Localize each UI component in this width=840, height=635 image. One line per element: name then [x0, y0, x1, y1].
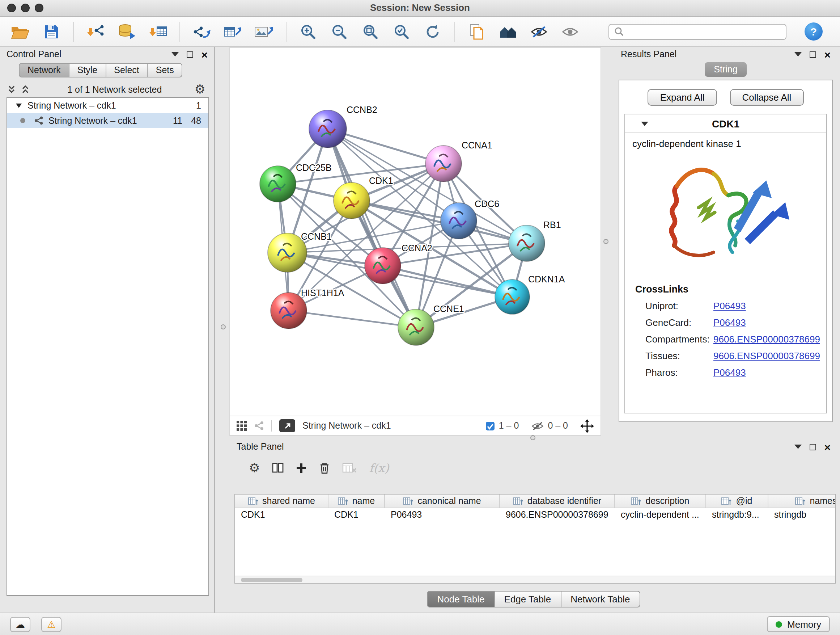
panel-close-icon[interactable]: ×	[201, 50, 208, 58]
tab-network-table[interactable]: Network Table	[561, 591, 640, 608]
show-all-button[interactable]	[559, 20, 582, 43]
search-box	[608, 24, 786, 40]
graph-node-CCNA2[interactable]	[365, 248, 401, 284]
network-graph[interactable]: CCNB2CCNA1CDC25BCDK1CDC6RB1CCNB1CCNA2CDK…	[230, 48, 600, 416]
crosslink-genecard[interactable]: P06493	[714, 317, 826, 328]
graph-node-CDKN1A[interactable]	[495, 279, 530, 314]
graph-node-HIST1H1A[interactable]	[271, 293, 307, 329]
table-options-gear-icon[interactable]: ⚙	[249, 462, 260, 474]
crosslink-compartments[interactable]: 9606.ENSP00000378699	[714, 334, 826, 345]
export-image-button[interactable]	[253, 20, 276, 43]
panel-close-icon[interactable]: ×	[824, 50, 831, 58]
column-header-database-identifier[interactable]: database identifier	[500, 494, 615, 508]
column-header-namespace[interactable]: namespace	[768, 494, 836, 508]
crosslink-tissues[interactable]: 9606.ENSP00000378699	[714, 350, 826, 361]
column-header-description[interactable]: description	[615, 494, 706, 508]
help-button[interactable]: ?	[805, 22, 823, 41]
panel-float-icon[interactable]	[172, 52, 179, 57]
warnings-button[interactable]: ⚠	[41, 616, 62, 632]
zoom-in-button[interactable]	[297, 20, 320, 43]
export-table-button[interactable]	[221, 20, 245, 43]
zoom-fit-button[interactable]	[359, 20, 382, 43]
eye-slash-icon	[531, 25, 548, 38]
cell-shared-name: CDK1	[235, 508, 328, 521]
copy-document-button[interactable]	[465, 20, 488, 43]
panel-maximize-icon[interactable]	[810, 51, 816, 57]
panel-close-icon[interactable]: ×	[824, 443, 831, 451]
column-header-name[interactable]: name	[328, 494, 385, 508]
expand-all-button[interactable]: Expand All	[648, 89, 717, 106]
graph-node-label-CDC25B: CDC25B	[296, 163, 332, 173]
network-options-gear-icon[interactable]: ⚙	[195, 83, 206, 96]
selected-checkbox-icon[interactable]	[486, 421, 495, 431]
left-splitter-handle[interactable]	[221, 325, 226, 329]
search-input[interactable]	[627, 27, 781, 36]
tab-sets[interactable]: Sets	[148, 63, 183, 78]
crosslink-uniprot[interactable]: P06493	[714, 301, 826, 311]
network-view-toolbar: String Network – cdk1 1 – 0 0 – 0	[230, 416, 600, 435]
refresh-button[interactable]	[421, 20, 444, 43]
houses-button[interactable]	[496, 20, 519, 43]
graph-node-RB1[interactable]	[508, 225, 545, 261]
column-header-shared-name[interactable]: shared name	[235, 494, 328, 508]
gene-collapse-icon[interactable]	[641, 122, 648, 126]
tab-style[interactable]: Style	[69, 63, 106, 78]
results-panel-title: Results Panel	[621, 49, 676, 59]
graph-node-CCNB2[interactable]	[309, 110, 347, 148]
add-column-icon[interactable]	[296, 462, 307, 473]
collapse-all-button[interactable]: Collapse All	[730, 89, 804, 106]
panel-maximize-icon[interactable]	[810, 443, 816, 450]
export-network-button[interactable]	[190, 20, 213, 43]
table-row[interactable]: CDK1 CDK1 P06493 9606.ENSP00000378699 cy…	[235, 508, 835, 521]
open-in-window-button[interactable]	[279, 419, 295, 432]
graph-node-CDC6[interactable]	[441, 203, 477, 239]
collapse-all-networks-icon[interactable]	[21, 85, 30, 94]
import-network-database-button[interactable]	[115, 20, 138, 43]
table-horizontal-scrollbar[interactable]	[235, 576, 835, 583]
open-in-window-icon	[283, 421, 292, 430]
hidden-eye-slash-icon[interactable]	[531, 421, 544, 431]
network-collection-row[interactable]: String Network – cdk1 1	[7, 98, 208, 113]
show-columns-icon[interactable]	[272, 463, 284, 473]
hide-selected-button[interactable]	[527, 20, 551, 43]
graph-node-CDK1[interactable]	[333, 182, 370, 219]
selected-counts: 1 – 0	[499, 421, 519, 431]
graph-node-label-RB1: RB1	[543, 220, 561, 230]
expand-all-networks-icon[interactable]	[7, 85, 16, 94]
panel-float-icon[interactable]	[794, 52, 802, 57]
zoom-out-button[interactable]	[328, 20, 351, 43]
right-splitter-handle[interactable]	[603, 239, 608, 244]
column-sort-icon	[403, 497, 413, 505]
save-session-button[interactable]	[40, 20, 63, 43]
center-view-crosshair-icon[interactable]	[580, 419, 594, 432]
share-icon[interactable]	[254, 421, 264, 431]
tab-select[interactable]: Select	[106, 63, 148, 78]
graph-node-CCNE1[interactable]	[398, 309, 434, 345]
graph-node-label-CDK1: CDK1	[369, 176, 393, 186]
tab-edge-table[interactable]: Edge Table	[495, 591, 561, 608]
zoom-selected-button[interactable]	[390, 20, 413, 43]
scrollbar-thumb[interactable]	[241, 578, 302, 582]
panel-float-icon[interactable]	[794, 445, 802, 449]
tab-node-table[interactable]: Node Table	[427, 591, 494, 608]
crosslink-pharos[interactable]: P06493	[714, 367, 826, 378]
open-session-button[interactable]	[9, 20, 32, 43]
column-header-canonical-name[interactable]: canonical name	[385, 494, 500, 508]
panel-maximize-icon[interactable]	[187, 51, 193, 57]
graph-node-CCNA1[interactable]	[425, 146, 462, 182]
collection-expand-icon[interactable]	[16, 103, 22, 108]
cloud-button[interactable]: ☁	[10, 616, 30, 632]
delete-column-icon[interactable]	[319, 462, 330, 474]
network-share-icon	[34, 116, 43, 125]
memory-button[interactable]: Memory	[767, 616, 830, 632]
network-row[interactable]: String Network – cdk1 11 48	[7, 113, 208, 128]
import-table-button[interactable]	[146, 20, 169, 43]
import-network-button[interactable]	[84, 20, 107, 43]
tab-network[interactable]: Network	[19, 63, 69, 78]
column-header-id[interactable]: @id	[706, 494, 768, 508]
graph-node-CDC25B[interactable]	[260, 166, 296, 202]
import-network-icon	[86, 24, 105, 40]
network-overview-grid-icon[interactable]	[237, 421, 247, 431]
tab-string[interactable]: String	[704, 62, 747, 77]
gene-card-header[interactable]: CDK1	[625, 114, 826, 133]
